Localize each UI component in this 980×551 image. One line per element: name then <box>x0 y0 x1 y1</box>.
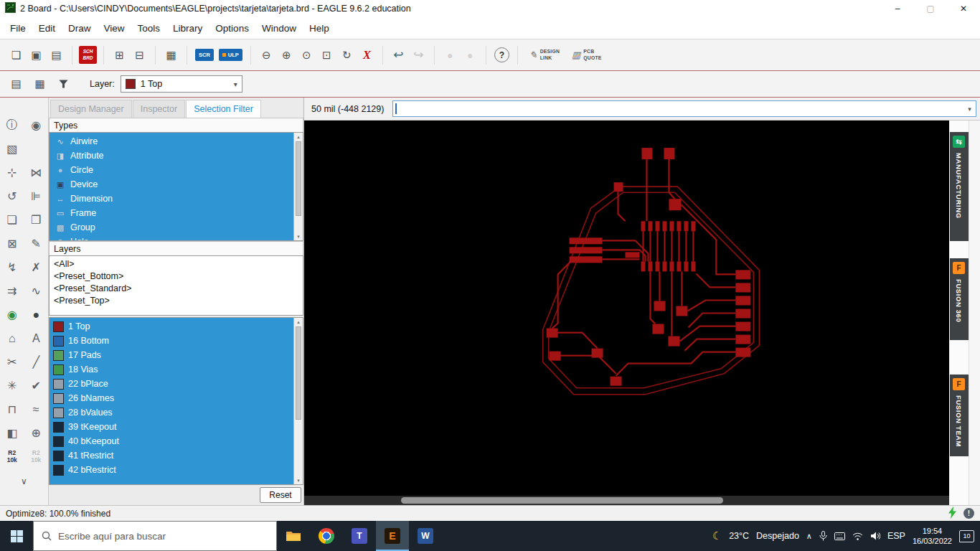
more-tools-button[interactable]: ∨ <box>0 476 48 486</box>
footprint-button[interactable]: ⊓ <box>0 397 24 421</box>
pcb-layout[interactable] <box>304 121 949 496</box>
info-button[interactable]: ⓘ <box>0 113 24 137</box>
taskbar-clock[interactable]: 19:54 16/03/2022 <box>913 526 952 547</box>
minimize-button[interactable]: – <box>881 0 914 17</box>
ratsnest-button[interactable]: ✳ <box>0 374 24 397</box>
volume-icon[interactable] <box>870 532 880 540</box>
zoom-fit-button[interactable]: ⊙ <box>298 46 316 64</box>
grid-button[interactable]: ▦ <box>31 75 49 93</box>
layer-28-bvalues[interactable]: 28 bValues <box>50 405 293 420</box>
scroll-thumb[interactable] <box>401 497 724 504</box>
display-button[interactable]: ◉ <box>24 113 49 137</box>
tray-expand-button[interactable]: ∧ <box>806 532 812 541</box>
scroll-up-icon[interactable]: ▴ <box>294 318 303 326</box>
weather-desc[interactable]: Despejado <box>756 531 799 541</box>
grid-settings-button[interactable]: ⊞ <box>110 46 128 64</box>
copy-button[interactable]: ❏ <box>0 208 24 232</box>
tool-button[interactable] <box>24 137 49 161</box>
menu-item[interactable]: Help <box>303 20 336 37</box>
menu-item[interactable]: File <box>4 20 32 37</box>
group-button[interactable]: ▧ <box>0 137 24 161</box>
microphone-icon[interactable] <box>819 531 827 541</box>
menu-item[interactable]: Library <box>166 20 209 37</box>
mirror-button[interactable]: ⋈ <box>24 161 49 184</box>
align-button[interactable]: ⊫ <box>24 184 49 208</box>
change-button[interactable]: ✎ <box>24 232 49 255</box>
menu-item[interactable]: View <box>98 20 131 37</box>
type-dimension[interactable]: ↔ Dimension <box>50 192 293 206</box>
layer-22-bplace[interactable]: 22 bPlace <box>50 377 293 391</box>
horizontal-scrollbar[interactable] <box>304 496 949 505</box>
preset-item[interactable]: <Preset_Bottom> <box>50 270 303 282</box>
resistor-value-button[interactable]: R210k <box>0 446 24 468</box>
types-scrollbar[interactable]: ▴▾ <box>293 133 303 240</box>
zoom-out-button[interactable]: ⊖ <box>258 46 275 64</box>
help-button[interactable]: ? <box>494 47 509 62</box>
type-airwire[interactable]: ∿ Airwire <box>50 134 293 149</box>
measure-button[interactable]: ⊟ <box>131 46 149 64</box>
layer-18-vias[interactable]: 18 Vias <box>50 362 293 377</box>
type-attribute[interactable]: ◨ Attribute <box>50 149 293 163</box>
taskbar-search[interactable]: Escribe aquí para buscar <box>33 521 277 551</box>
undo-button[interactable]: ↩ <box>390 46 407 64</box>
restore-button[interactable]: ▢ <box>914 0 947 17</box>
command-dropdown-button[interactable]: ▾ <box>963 101 976 116</box>
rotate-button[interactable]: ↺ <box>0 184 24 208</box>
weather-temp[interactable]: 23°C <box>729 531 749 541</box>
touch-keyboard-icon[interactable] <box>834 532 845 540</box>
menu-item[interactable]: Options <box>209 20 255 37</box>
schematic-board-toggle-button[interactable]: SCHBRD <box>79 46 97 64</box>
text-button[interactable]: A <box>24 326 49 350</box>
via-button[interactable]: ◉ <box>0 303 24 326</box>
fusion-360-button[interactable]: F FUSION 360 <box>950 258 969 340</box>
manufacturing-button[interactable]: ⇆ MANUFACTURING <box>950 132 969 241</box>
layer-41-trestrict[interactable]: 41 tRestrict <box>50 448 293 463</box>
move-button[interactable]: ⊹ <box>0 161 24 184</box>
layers-scrollbar[interactable]: ▴▾ <box>293 318 303 484</box>
library-button[interactable]: ▦ <box>162 46 180 64</box>
layer-select[interactable]: 1 Top ▾ <box>121 75 242 93</box>
preset-item[interactable]: <Preset_Top> <box>50 294 303 306</box>
run-script-button[interactable]: SCR <box>195 49 214 61</box>
filter-button[interactable] <box>55 75 72 93</box>
play-button[interactable]: ● <box>461 46 479 64</box>
zoom-redraw-button[interactable]: ↻ <box>338 46 356 64</box>
miter-button[interactable]: ╱ <box>24 350 49 374</box>
zoom-select-button[interactable]: ⊡ <box>318 46 336 64</box>
layer-42-brestrict[interactable]: 42 bRestrict <box>50 463 293 477</box>
preset-item[interactable]: <All> <box>50 258 303 270</box>
scroll-up-icon[interactable]: ▴ <box>294 133 303 141</box>
open-board-button[interactable]: ❏ <box>7 46 25 64</box>
taskbar-chrome-button[interactable] <box>310 521 343 551</box>
polygon-button[interactable]: ⌂ <box>0 326 24 350</box>
layer-39-tkeepout[interactable]: 39 tKeepout <box>50 420 293 434</box>
panel-tab[interactable]: Design Manager <box>50 100 132 118</box>
delete-button[interactable]: ⊠ <box>0 232 24 255</box>
language-indicator[interactable]: ESP <box>887 531 905 541</box>
record-button[interactable]: ● <box>441 46 459 64</box>
type-frame[interactable]: ▭ Frame <box>50 206 293 220</box>
meander-button[interactable]: ∿ <box>24 279 49 303</box>
taskbar-teams-button[interactable]: T <box>343 521 376 551</box>
design-link-button[interactable]: ✎ DESIGNLINK <box>529 49 560 62</box>
command-input[interactable]: ▾ <box>392 100 976 117</box>
taskbar-explorer-button[interactable] <box>277 521 310 551</box>
scroll-down-icon[interactable]: ▾ <box>294 232 303 240</box>
circle-button[interactable]: ● <box>24 303 49 326</box>
alert-icon[interactable]: ! <box>963 508 974 519</box>
layer-16-bottom[interactable]: 16 Bottom <box>50 334 293 348</box>
layer-40-bkeepout[interactable]: 40 bKeepout <box>50 434 293 448</box>
wifi-icon[interactable] <box>852 532 863 540</box>
type-circle[interactable]: ● Circle <box>50 163 293 177</box>
type-hole[interactable]: ◎ Hole <box>50 235 293 241</box>
drill-button[interactable]: ⊕ <box>24 421 49 445</box>
scroll-thumb[interactable] <box>296 141 301 216</box>
reset-button[interactable]: Reset <box>260 487 301 503</box>
preset-item[interactable]: <Preset_Standard> <box>50 282 303 294</box>
scroll-down-icon[interactable]: ▾ <box>294 476 303 484</box>
resistor-value-alt-button[interactable]: R210k <box>24 446 49 468</box>
ripup-button[interactable]: ✗ <box>24 255 49 279</box>
paste-button[interactable]: ❐ <box>24 208 49 232</box>
split-button[interactable]: ✂ <box>0 350 24 374</box>
menu-item[interactable]: Window <box>255 20 303 37</box>
